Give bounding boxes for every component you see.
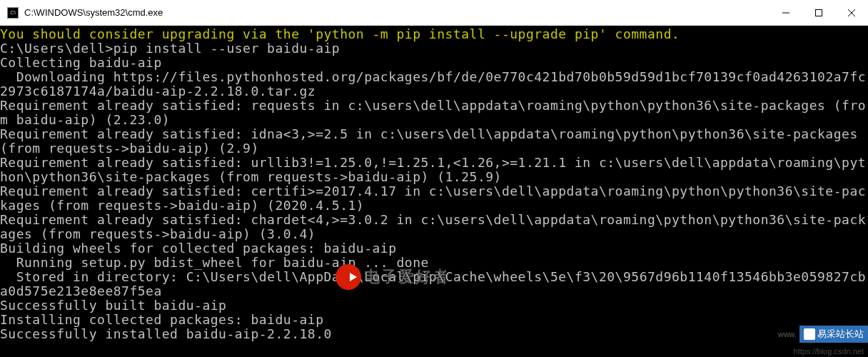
terminal-line: Successfully built baidu-aip [0,298,868,313]
terminal-line: Downloading https://files.pythonhosted.o… [0,70,868,99]
terminal-line: You should consider upgrading via the 'p… [0,27,868,41]
close-icon [848,9,855,16]
terminal-line: Building wheels for collected packages: … [0,241,868,256]
maximize-icon [815,9,822,16]
window-titlebar: C:\ C:\WINDOWS\system32\cmd.exe [0,0,868,26]
terminal-line: Successfully installed baidu-aip-2.2.18.… [0,327,868,341]
window-title: C:\WINDOWS\system32\cmd.exe [24,7,769,18]
terminal-line: Requirement already satisfied: certifi>=… [0,184,868,213]
svg-rect-1 [816,10,822,16]
terminal-output[interactable]: You should consider upgrading via the 'p… [0,26,868,357]
cmd-app-icon: C:\ [7,7,19,19]
terminal-line: Requirement already satisfied: idna<3,>=… [0,127,868,156]
minimize-button[interactable] [769,0,802,26]
terminal-line: Collecting baidu-aip [0,56,868,70]
terminal-line: Requirement already satisfied: requests … [0,99,868,127]
minimize-icon [782,9,789,16]
terminal-line: Requirement already satisfied: chardet<4… [0,213,868,241]
terminal-line: Requirement already satisfied: urllib3!=… [0,156,868,184]
terminal-line: Running setup.py bdist_wheel for baidu-a… [0,256,868,270]
close-button[interactable] [835,0,868,26]
terminal-line: C:\Users\dell>pip install --user baidu-a… [0,41,868,56]
window-controls [769,0,868,25]
terminal-line: Installing collected packages: baidu-aip [0,313,868,327]
maximize-button[interactable] [802,0,835,26]
terminal-line: Stored in directory: C:\Users\dell\AppDa… [0,270,868,298]
